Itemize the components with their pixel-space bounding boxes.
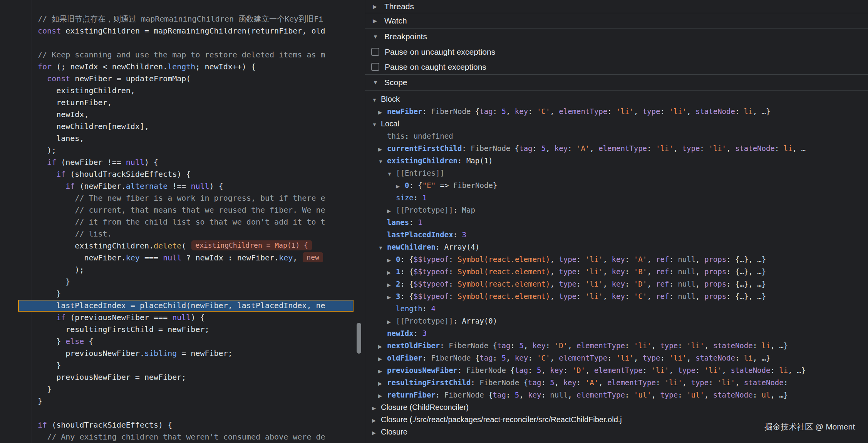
scope-row[interactable]: ▶Closure (ChildReconciler) — [365, 401, 868, 413]
scope-row[interactable]: ▼existingChildren: Map(1) — [365, 154, 868, 167]
watch-section-header[interactable]: ▶ Watch — [365, 13, 868, 29]
chevron-right-icon[interactable]: ▶ — [387, 316, 396, 327]
code-line[interactable]: const existingChildren = mapRemainingChi… — [0, 25, 354, 37]
code-line[interactable]: ); — [0, 264, 354, 276]
chevron-right-icon[interactable]: ▶ — [387, 254, 396, 265]
scope-row[interactable]: ▼Local — [365, 117, 868, 130]
code-line[interactable]: // Any existing children that weren't co… — [0, 431, 354, 443]
code-line[interactable]: ); — [0, 144, 354, 156]
code-line[interactable]: newFiber.key === null ? newIdx : newFibe… — [0, 252, 354, 264]
chevron-right-icon[interactable]: ▶ — [372, 414, 381, 426]
code-line[interactable]: } — [0, 395, 354, 407]
chevron-right-icon[interactable]: ▶ — [378, 378, 387, 389]
checkbox[interactable] — [371, 63, 379, 71]
code-line[interactable]: lanes, — [0, 133, 354, 144]
scope-row[interactable]: ▶2: {$$typeof: Symbol(react.element), ty… — [365, 278, 868, 290]
code-line[interactable]: // it from the child list so that we don… — [0, 216, 354, 228]
code-line[interactable]: if (previousNewFiber === null) { — [0, 312, 354, 324]
editor-scrollbar[interactable] — [357, 323, 361, 354]
chevron-down-icon[interactable]: ▼ — [378, 156, 387, 167]
chevron-down-icon[interactable]: ▼ — [387, 168, 396, 179]
source-editor[interactable]: // 如果旧节点存在，则通过 mapRemainingChildren 函数建立… — [0, 0, 364, 443]
chevron-down-icon[interactable]: ▼ — [372, 119, 381, 130]
code-line[interactable]: if (newFiber.alternate !== null) { — [0, 180, 354, 192]
code-line[interactable] — [0, 37, 354, 49]
code-line[interactable]: // current, that means that we reused th… — [0, 204, 354, 216]
code-line[interactable]: previousNewFiber.sibling = newFiber; — [0, 347, 354, 359]
scope-row[interactable]: ▶3: {$$typeof: Symbol(react.element), ty… — [365, 290, 868, 302]
chevron-down-icon[interactable]: ▼ — [378, 242, 387, 253]
code-line[interactable]: } — [0, 383, 354, 395]
code-line[interactable]: for (; newIdx < newChildren.length; newI… — [0, 61, 354, 73]
threads-section-header[interactable]: ▶ Threads — [365, 0, 868, 13]
scope-row[interactable]: ▶[[Prototype]]: Map — [365, 204, 868, 216]
code-line[interactable]: newIdx, — [0, 109, 354, 121]
code-line[interactable]: if (newFiber !== null) { — [0, 156, 354, 168]
code-line[interactable]: } — [0, 359, 354, 371]
code-line[interactable]: resultingFirstChild = newFiber; — [0, 324, 354, 336]
scope-row[interactable]: ▼Block — [365, 93, 868, 105]
chevron-right-icon[interactable]: ▶ — [378, 390, 387, 401]
scope-token: : — [493, 107, 502, 116]
scope-token: : — [449, 280, 457, 288]
scope-row[interactable]: ▶1: {$$typeof: Symbol(react.element), ty… — [365, 265, 868, 278]
scope-row[interactable]: ▶[[Prototype]]: Array(0) — [365, 315, 868, 327]
chevron-right-icon[interactable]: ▶ — [387, 267, 396, 278]
scope-row[interactable]: ▶nextOldFiber: FiberNode {tag: 5, key: '… — [365, 339, 868, 352]
chevron-right-icon[interactable]: ▶ — [372, 402, 381, 413]
code-line[interactable]: } — [0, 276, 354, 288]
scope-token: [[Prototype]] — [396, 206, 453, 214]
scope-row[interactable]: ▼[[Entries]] — [365, 167, 868, 179]
code-line[interactable]: if (shouldTrackSideEffects) { — [0, 168, 354, 180]
chevron-right-icon[interactable]: ▶ — [387, 205, 396, 216]
code-line[interactable]: } — [0, 288, 354, 300]
code-line[interactable]: // Keep scanning and use the map to rest… — [0, 49, 354, 61]
scope-row[interactable]: size: 1 — [365, 191, 868, 204]
code-line[interactable]: previousNewFiber = newFiber; — [0, 371, 354, 383]
paused-execution-line[interactable]: lastPlacedIndex = placeChild(newFiber, l… — [0, 300, 354, 312]
scope-row[interactable]: lanes: 1 — [365, 216, 868, 228]
scope-token: type — [559, 255, 576, 263]
chevron-right-icon[interactable]: ▶ — [378, 143, 387, 154]
code-line[interactable]: if (shouldTrackSideEffects) { — [0, 419, 354, 431]
chevron-right-icon[interactable]: ▶ — [378, 106, 387, 117]
scope-row[interactable]: ▼newChildren: Array(4) — [365, 241, 868, 253]
code-line[interactable]: // The new fiber is a work in progress, … — [0, 192, 354, 204]
chevron-right-icon[interactable]: ▶ — [378, 353, 387, 364]
scope-row[interactable]: lastPlacedIndex: 3 — [365, 228, 868, 241]
scope-token: , — [634, 354, 643, 362]
scope-token: 'li' — [634, 341, 652, 350]
scope-row[interactable]: newIdx: 3 — [365, 327, 868, 339]
code-line[interactable]: existingChildren.delete(existingChildren… — [0, 240, 354, 252]
scope-row[interactable]: ▶0: {"E" => FiberNode} — [365, 179, 868, 191]
scope-row[interactable]: ▶0: {$$typeof: Symbol(react.element), ty… — [365, 253, 868, 265]
checkbox[interactable] — [371, 48, 379, 56]
scope-row[interactable]: ▶oldFiber: FiberNode {tag: 5, key: 'C', … — [365, 352, 868, 364]
code-line[interactable]: newChildren[newIdx], — [0, 121, 354, 133]
chevron-right-icon[interactable]: ▶ — [378, 341, 387, 352]
scope-row[interactable]: length: 4 — [365, 302, 868, 315]
scope-section-header[interactable]: ▼ Scope — [365, 75, 868, 91]
scope-row[interactable]: ▶currentFirstChild: FiberNode {tag: 5, k… — [365, 142, 868, 154]
chevron-right-icon[interactable]: ▶ — [378, 365, 387, 376]
chevron-right-icon[interactable]: ▶ — [396, 180, 405, 191]
chevron-right-icon[interactable]: ▶ — [387, 291, 396, 302]
scope-row[interactable]: ▶previousNewFiber: FiberNode {tag: 5, ke… — [365, 364, 868, 376]
scope-row[interactable]: ▶resultingFirstChild: FiberNode {tag: 5,… — [365, 376, 868, 389]
code-line[interactable]: } else { — [0, 336, 354, 347]
chevron-down-icon[interactable]: ▼ — [372, 94, 381, 105]
breakpoints-section-header[interactable]: ▼ Breakpoints — [365, 29, 868, 44]
scope-row[interactable]: this: undefined — [365, 130, 868, 142]
code-line[interactable]: existingChildren, — [0, 85, 354, 97]
scope-row[interactable]: ▶newFiber: FiberNode {tag: 5, key: 'C', … — [365, 105, 868, 117]
scope-row[interactable]: ▶returnFiber: FiberNode {tag: 5, key: nu… — [365, 389, 868, 401]
code-line[interactable]: returnFiber, — [0, 97, 354, 109]
scope-token: , — [541, 366, 550, 374]
chevron-right-icon[interactable]: ▶ — [387, 279, 396, 290]
code-line[interactable]: // list. — [0, 228, 354, 240]
code-line[interactable]: const newFiber = updateFromMap( — [0, 73, 354, 85]
code-line[interactable] — [0, 407, 354, 419]
scope-token: 3 — [422, 329, 427, 337]
chevron-right-icon[interactable]: ▶ — [372, 427, 381, 438]
code-line[interactable]: // 如果旧节点存在，则通过 mapRemainingChildren 函数建立… — [0, 13, 354, 25]
